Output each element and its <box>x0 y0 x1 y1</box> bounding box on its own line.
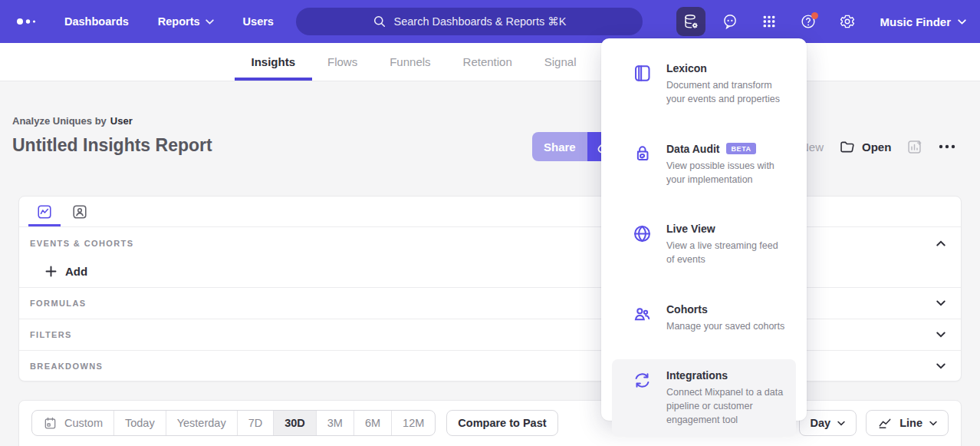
chart-type-label: Line <box>899 417 922 429</box>
nav-users[interactable]: Users <box>243 15 274 28</box>
nav-users-label: Users <box>243 15 274 28</box>
top-nav: Dashboards Reports Users Search Dashboar… <box>0 0 980 43</box>
date-controls: Custom Today Yesterday 7D 30D 3M 6M 12M … <box>31 410 558 436</box>
data-management-dropdown: Lexicon Document and transform your even… <box>601 38 807 421</box>
more-options-button[interactable] <box>938 144 956 150</box>
plus-icon <box>45 266 57 277</box>
menu-item-integrations[interactable]: Integrations Connect Mixpanel to a data … <box>612 359 796 437</box>
section-events-cohorts[interactable]: EVENTS & COHORTS <box>19 227 961 255</box>
menu-item-description: Document and transform your events and p… <box>666 80 780 104</box>
chevron-down-icon[interactable] <box>936 363 945 369</box>
line-chart-tab-icon <box>36 203 53 220</box>
open-button[interactable]: Open <box>839 139 891 155</box>
menu-item-description: Manage your saved cohorts <box>666 321 784 332</box>
add-to-dashboard-icon[interactable] <box>906 139 922 155</box>
chevron-down-icon <box>837 421 845 426</box>
range-3m[interactable]: 3M <box>316 411 354 435</box>
interval-selector[interactable]: Day <box>799 410 857 436</box>
compare-to-past-button[interactable]: Compare to Past <box>446 410 557 436</box>
builder-view-tabs <box>19 197 961 227</box>
range-12m[interactable]: 12M <box>391 411 435 435</box>
section-filters[interactable]: FILTERS <box>19 319 961 350</box>
menu-item-description: View a live streaming feed of events <box>666 240 778 265</box>
section-breakdowns[interactable]: BREAKDOWNS <box>19 350 961 382</box>
search-icon <box>373 15 386 28</box>
project-name: Music Finder <box>880 15 951 28</box>
folder-icon <box>839 139 855 155</box>
nav-reports[interactable]: Reports <box>158 15 214 28</box>
menu-item-description: View possible issues with your implement… <box>666 160 774 185</box>
tab-retention[interactable]: Retention <box>462 43 514 81</box>
range-30d[interactable]: 30D <box>273 411 316 435</box>
section-formulas[interactable]: FORMULAS <box>19 287 961 319</box>
open-label: Open <box>862 140 891 154</box>
nav-reports-label: Reports <box>158 15 200 28</box>
range-6m[interactable]: 6M <box>354 411 391 435</box>
calendar-icon <box>43 416 58 431</box>
beta-badge: BETA <box>726 143 755 154</box>
data-management-icon[interactable] <box>676 7 705 36</box>
range-yesterday[interactable]: Yesterday <box>166 411 237 435</box>
menu-item-title: Live View <box>666 223 715 235</box>
search-input[interactable]: Search Dashboards & Reports ⌘K <box>296 8 643 35</box>
chevron-down-icon <box>958 19 966 25</box>
range-7d[interactable]: 7D <box>237 411 274 435</box>
line-chart-icon <box>877 415 893 431</box>
menu-item-live-view[interactable]: Live View View a live streaming feed of … <box>612 213 796 276</box>
add-event-button[interactable]: Add <box>45 265 87 278</box>
menu-item-title: Integrations <box>666 369 728 382</box>
report-tabbar: Insights Flows Funnels Retention Signal … <box>0 43 980 81</box>
menu-item-title: Data Audit <box>666 143 719 155</box>
tab-signal[interactable]: Signal <box>543 43 578 81</box>
mixpanel-app: Dashboards Reports Users Search Dashboar… <box>0 0 980 446</box>
section-events-label: EVENTS & COHORTS <box>30 239 133 248</box>
menu-item-data-audit[interactable]: Data Audit BETA View possible issues wit… <box>612 133 796 197</box>
tab-insights[interactable]: Insights <box>250 43 298 81</box>
menu-item-cohorts[interactable]: Cohorts Manage your saved cohorts <box>612 293 796 342</box>
range-custom[interactable]: Custom <box>32 411 113 435</box>
chevron-up-icon[interactable] <box>936 240 945 246</box>
share-button[interactable]: Share <box>532 132 587 161</box>
menu-item-title: Lexicon <box>666 62 707 74</box>
profile-tab-icon <box>71 203 88 220</box>
events-add-row: Add <box>19 255 961 287</box>
date-range-segmented-control: Custom Today Yesterday 7D 30D 3M 6M 12M <box>31 410 436 436</box>
range-today[interactable]: Today <box>113 411 166 435</box>
mixpanel-logo-icon[interactable] <box>15 15 41 28</box>
menu-item-description: Connect Mixpanel to a data pipeline or c… <box>666 387 783 426</box>
project-selector[interactable]: Music Finder <box>880 15 966 28</box>
search-placeholder: Search Dashboards & Reports ⌘K <box>394 15 567 28</box>
menu-item-lexicon[interactable]: Lexicon Document and transform your even… <box>612 52 796 116</box>
profiles-view-tab[interactable] <box>62 197 97 226</box>
chevron-down-icon[interactable] <box>936 300 945 306</box>
query-builder-card: EVENTS & COHORTS Add FORMULAS FILTERS BR… <box>18 196 962 382</box>
section-filters-label: FILTERS <box>30 330 72 339</box>
chevron-down-icon[interactable] <box>936 332 945 338</box>
tab-flows[interactable]: Flows <box>326 43 359 81</box>
help-notification-dot <box>811 12 818 19</box>
settings-gear-icon[interactable] <box>833 7 862 36</box>
analyze-entity[interactable]: User <box>110 115 133 127</box>
range-custom-label: Custom <box>64 417 103 429</box>
apps-grid-icon[interactable] <box>755 7 784 36</box>
nav-dashboards-label: Dashboards <box>64 15 129 28</box>
tab-funnels[interactable]: Funnels <box>388 43 432 81</box>
analyze-prefix: Analyze Uniques by <box>12 115 107 127</box>
chevron-down-icon <box>206 19 214 25</box>
page-title[interactable]: Untitled Insights Report <box>12 135 212 156</box>
live-view-globe-icon <box>632 223 653 266</box>
add-label: Add <box>65 265 87 278</box>
data-audit-lock-icon <box>632 143 653 187</box>
integrations-sync-icon <box>632 369 653 427</box>
chart-type-selector[interactable]: Line <box>866 410 949 436</box>
interval-label: Day <box>811 417 831 429</box>
chevron-down-icon <box>929 421 937 426</box>
nav-dashboards[interactable]: Dashboards <box>64 15 129 28</box>
section-breakdowns-label: BREAKDOWNS <box>30 362 103 371</box>
report-tabs: Insights Flows Funnels Retention Signal … <box>250 43 645 81</box>
nav-right-group: Music Finder <box>676 0 966 43</box>
events-view-tab[interactable] <box>27 197 62 226</box>
help-icon[interactable] <box>794 7 823 36</box>
menu-item-title: Cohorts <box>666 303 708 316</box>
feedback-icon[interactable] <box>715 7 745 36</box>
